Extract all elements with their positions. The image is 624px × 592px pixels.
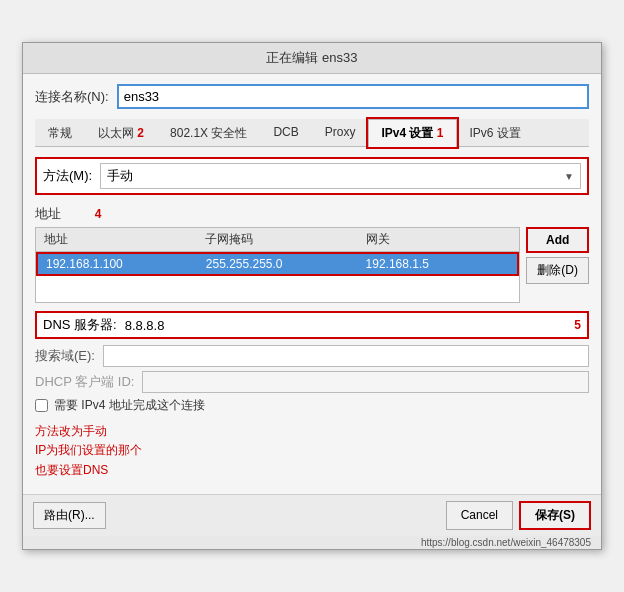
address-section: 地址 4 地址 子网掩码 网关 192.168.1.100 255.255.25… — [35, 205, 589, 303]
window-title: 正在编辑 ens33 — [266, 50, 357, 65]
tab-ipv6[interactable]: IPv6 设置 — [457, 119, 534, 147]
address-table: 地址 子网掩码 网关 192.168.1.100 255.255.255.0 1… — [35, 227, 520, 303]
url-text: https://blog.csdn.net/weixin_46478305 — [421, 537, 591, 548]
titlebar: 正在编辑 ens33 — [23, 43, 601, 74]
hint-line-2: IP为我们设置的那个 — [35, 441, 589, 460]
hint-line-1: 方法改为手动 — [35, 422, 589, 441]
tab-8021x[interactable]: 802.1X 安全性 — [157, 119, 260, 147]
connection-name-input[interactable]: ens33 — [117, 84, 589, 109]
dns-row: DNS 服务器: 8.8.8.8 5 — [35, 311, 589, 339]
tab-proxy[interactable]: Proxy — [312, 119, 369, 147]
bottom-right: Cancel 保存(S) — [446, 501, 591, 530]
delete-button[interactable]: 删除(D) — [526, 257, 589, 284]
add-button[interactable]: Add — [526, 227, 589, 253]
dhcp-row: DHCP 客户端 ID: — [35, 371, 589, 393]
ipv4-required-label: 需要 IPv4 地址完成这个连接 — [54, 397, 205, 414]
connection-name-row: 连接名称(N): ens33 — [35, 84, 589, 109]
save-button[interactable]: 保存(S) — [519, 501, 591, 530]
dns-label: DNS 服务器: — [43, 316, 117, 334]
address-table-wrap: 地址 子网掩码 网关 192.168.1.100 255.255.255.0 1… — [35, 227, 589, 303]
cell-address: 192.168.1.100 — [38, 254, 198, 274]
address-table-body: 192.168.1.100 255.255.255.0 192.168.1.5 — [36, 252, 519, 302]
tab-dcb[interactable]: DCB — [260, 119, 311, 147]
search-domain-row: 搜索域(E): — [35, 345, 589, 367]
connection-name-label: 连接名称(N): — [35, 88, 109, 106]
col-address: 地址 — [36, 228, 197, 251]
cell-gateway: 192.168.1.5 — [358, 254, 518, 274]
ipv4-required-checkbox[interactable] — [35, 399, 48, 412]
table-row[interactable]: 192.168.1.100 255.255.255.0 192.168.1.5 — [36, 252, 519, 276]
address-buttons: Add 删除(D) — [526, 227, 589, 284]
route-button[interactable]: 路由(R)... — [33, 502, 106, 529]
cancel-button[interactable]: Cancel — [446, 501, 513, 530]
tabs-bar: 常规 以太网 2 802.1X 安全性 DCB Proxy IPv4 设置 1 … — [35, 119, 589, 147]
dhcp-label: DHCP 客户端 ID: — [35, 373, 134, 391]
url-bar: https://blog.csdn.net/weixin_46478305 — [23, 536, 601, 549]
cell-subnet: 255.255.255.0 — [198, 254, 358, 274]
tab-ipv4[interactable]: IPv4 设置 1 — [368, 119, 456, 147]
main-content: 连接名称(N): ens33 常规 以太网 2 802.1X 安全性 DCB P… — [23, 74, 601, 494]
col-gateway: 网关 — [358, 228, 519, 251]
method-label: 方法(M): — [43, 167, 92, 185]
search-domain-label: 搜索域(E): — [35, 347, 95, 365]
checkbox-row: 需要 IPv4 地址完成这个连接 — [35, 397, 589, 414]
dhcp-input[interactable] — [142, 371, 589, 393]
tab-ethernet[interactable]: 以太网 2 — [85, 119, 157, 147]
method-dropdown-arrow: ▼ — [564, 171, 574, 182]
method-row: 方法(M): 手动 ▼ — [35, 157, 589, 195]
dns-input[interactable]: 8.8.8.8 — [125, 318, 567, 333]
tab-general[interactable]: 常规 — [35, 119, 85, 147]
hint-text: 方法改为手动 IP为我们设置的那个 也要设置DNS — [35, 422, 589, 480]
method-value: 手动 — [107, 167, 133, 185]
address-table-header: 地址 子网掩码 网关 — [36, 228, 519, 252]
hint-line-3: 也要设置DNS — [35, 461, 589, 480]
main-window: 正在编辑 ens33 连接名称(N): ens33 常规 以太网 2 802.1… — [22, 42, 602, 550]
method-select[interactable]: 手动 ▼ — [100, 163, 581, 189]
search-domain-input[interactable] — [103, 345, 589, 367]
bottom-bar: 路由(R)... Cancel 保存(S) — [23, 494, 601, 536]
address-section-label: 地址 4 — [35, 205, 589, 223]
col-subnet: 子网掩码 — [197, 228, 358, 251]
